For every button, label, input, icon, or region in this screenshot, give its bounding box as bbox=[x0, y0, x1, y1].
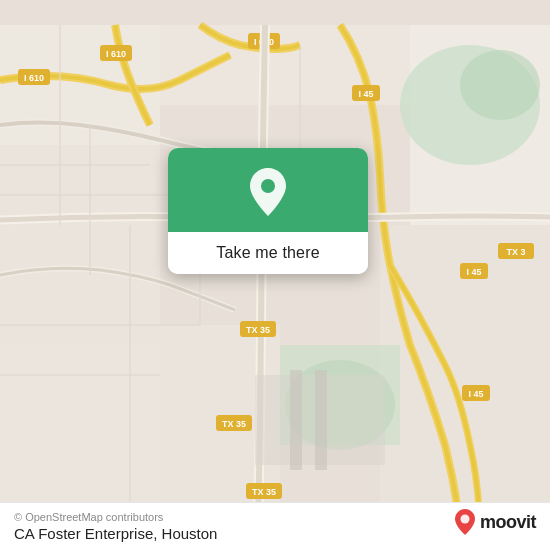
moovit-text: moovit bbox=[480, 512, 536, 533]
svg-point-44 bbox=[261, 179, 275, 193]
svg-text:I 45: I 45 bbox=[468, 389, 483, 399]
moovit-pin-icon bbox=[453, 508, 477, 536]
svg-text:TX 35: TX 35 bbox=[246, 325, 270, 335]
svg-rect-2 bbox=[0, 145, 160, 345]
svg-rect-34 bbox=[315, 370, 327, 470]
take-me-there-button[interactable]: Take me there bbox=[168, 232, 368, 274]
svg-rect-3 bbox=[0, 345, 160, 525]
svg-rect-33 bbox=[290, 370, 302, 470]
svg-text:I 610: I 610 bbox=[106, 49, 126, 59]
svg-text:I 45: I 45 bbox=[358, 89, 373, 99]
popup-card: Take me there bbox=[168, 148, 368, 274]
svg-text:TX 35: TX 35 bbox=[252, 487, 276, 497]
svg-text:I 45: I 45 bbox=[466, 267, 481, 277]
svg-text:TX 3: TX 3 bbox=[506, 247, 525, 257]
svg-text:TX 35: TX 35 bbox=[222, 419, 246, 429]
map-container: I 610 I 610 I 610 I 45 I 45 I 45 TX 3 TX… bbox=[0, 0, 550, 550]
map-background: I 610 I 610 I 610 I 45 I 45 I 45 TX 3 TX… bbox=[0, 0, 550, 550]
moovit-logo: moovit bbox=[453, 508, 536, 536]
location-pin-icon bbox=[246, 166, 290, 218]
popup-green-area bbox=[168, 148, 368, 232]
svg-point-9 bbox=[460, 50, 540, 120]
svg-text:I 610: I 610 bbox=[24, 73, 44, 83]
svg-point-45 bbox=[460, 515, 469, 524]
